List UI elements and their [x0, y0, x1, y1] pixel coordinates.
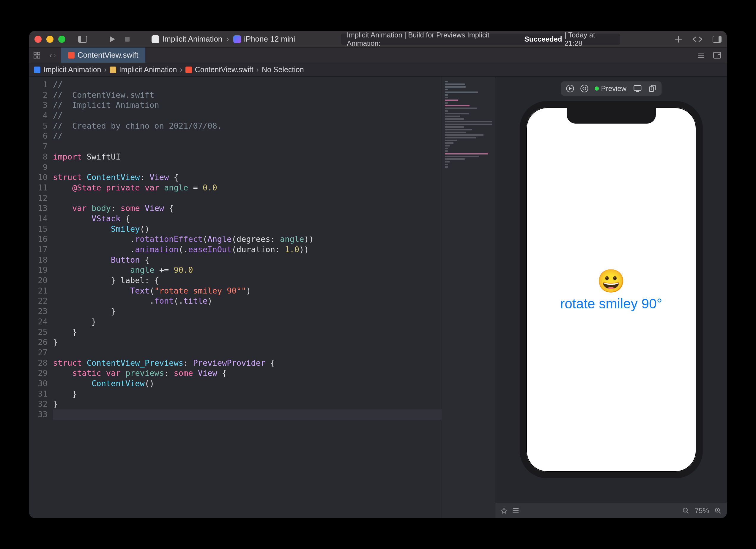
code-line[interactable]: } label: { — [53, 275, 442, 286]
project-icon — [34, 67, 40, 73]
preview-content: 😀 rotate smiley 90° — [526, 108, 696, 472]
stop-button[interactable] — [122, 34, 133, 45]
zoom-out-button[interactable] — [682, 507, 689, 514]
code-review-button[interactable] — [692, 36, 703, 43]
folder-icon — [110, 67, 116, 73]
line-number: 30 — [29, 378, 48, 389]
code-line[interactable]: Button { — [53, 255, 442, 265]
swift-file-icon — [185, 67, 192, 73]
add-button[interactable] — [675, 35, 682, 43]
code-line[interactable]: // — [53, 111, 442, 121]
line-number: 1 — [29, 80, 48, 90]
toggle-navigator-button[interactable] — [77, 34, 88, 45]
line-number: 17 — [29, 245, 48, 255]
code-line[interactable]: .rotationEffect(Angle(degrees: angle)) — [53, 234, 442, 245]
jumpbar-file[interactable]: ContentView.swift — [195, 65, 253, 74]
code-line[interactable]: @State private var angle = 0.0 — [53, 183, 442, 193]
minimize-window-button[interactable] — [46, 36, 53, 43]
status-suffix: | Today at 21:28 — [565, 31, 614, 48]
device-icon — [233, 35, 241, 43]
line-number: 11 — [29, 183, 48, 193]
code-line[interactable]: } — [53, 399, 442, 409]
code-line[interactable] — [53, 193, 442, 204]
code-line[interactable]: var body: some View { — [53, 203, 442, 214]
preview-device-button[interactable] — [633, 85, 642, 92]
code-line[interactable]: } — [53, 337, 442, 347]
live-preview-play-button[interactable] — [566, 85, 574, 92]
code-line[interactable]: angle += 90.0 — [53, 265, 442, 275]
editor-options-button[interactable] — [697, 52, 705, 59]
toggle-inspector-button[interactable] — [713, 36, 722, 43]
close-window-button[interactable] — [34, 36, 42, 43]
scheme-selector[interactable]: Implicit Animation › iPhone 12 mini — [152, 34, 295, 44]
jumpbar-project[interactable]: Implicit Animation — [43, 65, 101, 74]
run-button[interactable] — [107, 34, 118, 45]
toolbar: Implicit Animation › iPhone 12 mini Impl… — [29, 31, 727, 48]
code-line[interactable]: } — [53, 389, 442, 399]
preview-inspect-button[interactable] — [580, 85, 588, 92]
canvas-area[interactable]: 😀 rotate smiley 90° — [495, 77, 727, 503]
source-editor[interactable]: 1234567891011121314151617181920212223242… — [29, 77, 495, 518]
line-number: 9 — [29, 162, 48, 173]
line-number: 2 — [29, 90, 48, 100]
code-line[interactable]: // Created by chino on 2021/07/08. — [53, 121, 442, 131]
minimap[interactable] — [442, 77, 495, 518]
chevron-right-icon: › — [226, 34, 229, 44]
code-line[interactable]: import SwiftUI — [53, 152, 442, 162]
chevron-right-icon: › — [104, 65, 107, 74]
code-line[interactable]: .font(.title) — [53, 296, 442, 306]
code-line[interactable]: } — [53, 317, 442, 327]
code-line[interactable]: struct ContentView: View { — [53, 172, 442, 183]
code-line[interactable]: Text("rotate smiley 90°") — [53, 286, 442, 296]
code-line[interactable]: Smiley() — [53, 224, 442, 235]
code-line[interactable] — [53, 347, 442, 358]
svg-rect-7 — [34, 56, 36, 58]
code-line[interactable] — [53, 162, 442, 173]
code-line[interactable]: } — [53, 306, 442, 317]
preview-duplicate-button[interactable] — [648, 85, 656, 92]
line-number: 4 — [29, 111, 48, 121]
code-line[interactable]: // — [53, 80, 442, 90]
tab-contentview[interactable]: ContentView.swift — [61, 48, 146, 63]
code-line[interactable]: // Implicit Animation — [53, 100, 442, 111]
code-line[interactable]: // ContentView.swift — [53, 90, 442, 100]
svg-rect-4 — [719, 36, 721, 43]
line-number: 16 — [29, 234, 48, 245]
line-number: 14 — [29, 214, 48, 224]
code-line[interactable]: .animation(.easeInOut(duration: 1.0)) — [53, 245, 442, 255]
code-line[interactable]: static var previews: some View { — [53, 368, 442, 378]
rotate-button[interactable]: rotate smiley 90° — [560, 295, 662, 311]
preview-status: Preview — [595, 84, 626, 93]
line-number: 19 — [29, 265, 48, 275]
device-frame: 😀 rotate smiley 90° — [520, 101, 703, 478]
code-line[interactable]: } — [53, 327, 442, 337]
code-line[interactable]: struct ContentView_Previews: PreviewProv… — [53, 358, 442, 368]
activity-status[interactable]: Implicit Animation | Build for Previews … — [341, 34, 620, 45]
svg-rect-6 — [37, 52, 40, 55]
related-items-button[interactable] — [29, 52, 45, 59]
code-line[interactable]: // — [53, 131, 442, 141]
code-area[interactable]: //// ContentView.swift// Implicit Animat… — [53, 77, 442, 518]
add-editor-button[interactable] — [713, 52, 721, 59]
chevron-right-icon: › — [180, 65, 182, 74]
toolbar-right — [675, 35, 722, 43]
pin-preview-button[interactable] — [501, 507, 507, 514]
line-number: 22 — [29, 296, 48, 306]
code-line[interactable] — [53, 141, 442, 152]
line-number: 32 — [29, 399, 48, 409]
code-line[interactable]: ContentView() — [53, 378, 442, 389]
zoom-window-button[interactable] — [58, 36, 65, 43]
zoom-level[interactable]: 75% — [695, 506, 709, 515]
preview-list-button[interactable] — [513, 508, 519, 514]
code-line[interactable]: VStack { — [53, 214, 442, 224]
tab-label: ContentView.swift — [78, 51, 138, 60]
nav-history: ‹ › — [45, 51, 61, 60]
jumpbar-group[interactable]: Implicit Animation — [119, 65, 177, 74]
code-line[interactable] — [53, 409, 442, 420]
line-number: 20 — [29, 275, 48, 286]
jump-bar[interactable]: Implicit Animation › Implicit Animation … — [29, 63, 727, 77]
nav-back-button[interactable]: ‹ — [49, 51, 52, 60]
jumpbar-selection[interactable]: No Selection — [262, 65, 304, 74]
nav-forward-button[interactable]: › — [53, 51, 56, 60]
zoom-in-button[interactable] — [714, 507, 722, 514]
